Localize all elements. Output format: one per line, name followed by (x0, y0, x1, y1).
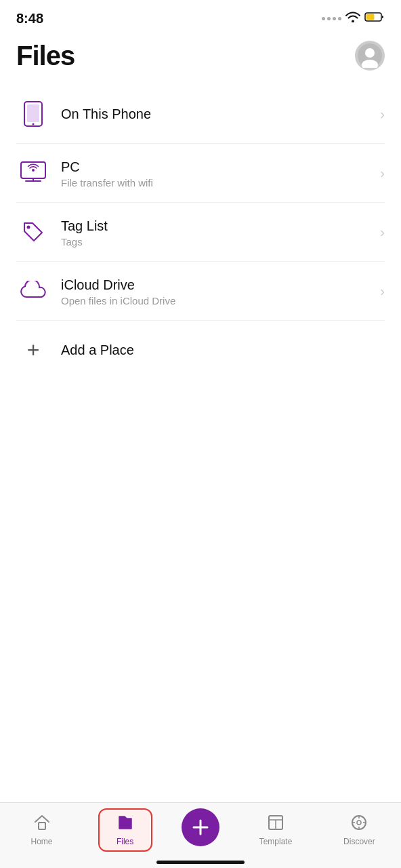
pc-icon (16, 156, 50, 190)
add-place-title: Add a Place (61, 341, 385, 359)
svg-rect-1 (366, 14, 375, 20)
chevron-right-icon: › (380, 165, 385, 181)
nav-item-discover[interactable]: Discover (332, 810, 386, 850)
template-icon (267, 814, 284, 834)
wifi-icon (345, 12, 360, 25)
avatar-icon (358, 43, 382, 68)
add-place-content: Add a Place (61, 341, 385, 359)
template-label: Template (259, 837, 293, 846)
list-item-icloud-drive[interactable]: iCloud Drive Open files in iCloud Drive … (16, 262, 385, 321)
page-title: Files (16, 41, 75, 71)
tag-icon (16, 215, 50, 249)
files-icon (117, 814, 134, 834)
icloud-drive-title: iCloud Drive (61, 276, 375, 294)
icloud-drive-subtitle: Open files in iCloud Drive (61, 295, 375, 307)
nav-item-home[interactable]: Home (15, 810, 69, 850)
files-label: Files (117, 837, 133, 846)
files-list: On This Phone › PC File transfer with wi… (0, 85, 401, 379)
battery-icon (364, 12, 385, 25)
phone-icon (16, 97, 50, 131)
add-button[interactable] (182, 808, 219, 846)
discover-icon (350, 814, 368, 834)
svg-point-18 (357, 821, 361, 825)
pc-content: PC File transfer with wifi (61, 158, 375, 189)
tag-list-content: Tag List Tags (61, 217, 375, 248)
svg-rect-6 (27, 104, 39, 122)
status-bar: 8:48 (0, 0, 401, 34)
chevron-right-icon: › (380, 224, 385, 240)
add-place-icon: + (16, 333, 50, 367)
pc-title: PC (61, 158, 375, 176)
on-this-phone-content: On This Phone (61, 105, 375, 123)
list-item-pc[interactable]: PC File transfer with wifi › (16, 144, 385, 203)
svg-rect-11 (39, 823, 45, 829)
cloud-icon (16, 274, 50, 308)
svg-point-7 (33, 123, 35, 125)
avatar-button[interactable] (355, 41, 385, 71)
home-indicator (156, 861, 245, 864)
nav-item-template[interactable]: Template (249, 810, 303, 850)
on-this-phone-title: On This Phone (61, 105, 375, 123)
plus-icon (191, 818, 210, 837)
list-item-tag-list[interactable]: Tag List Tags › (16, 203, 385, 262)
discover-label: Discover (343, 837, 375, 846)
status-icons (322, 12, 385, 25)
tag-list-title: Tag List (61, 217, 375, 235)
list-item-add-place[interactable]: + Add a Place (16, 321, 385, 379)
icloud-drive-content: iCloud Drive Open files in iCloud Drive (61, 276, 375, 307)
svg-point-3 (365, 48, 375, 58)
home-label: Home (31, 837, 53, 846)
pc-subtitle: File transfer with wifi (61, 177, 375, 189)
signal-dots-icon (322, 17, 341, 20)
list-item-on-this-phone[interactable]: On This Phone › (16, 85, 385, 144)
chevron-right-icon: › (380, 283, 385, 299)
home-icon (33, 814, 51, 834)
chevron-right-icon: › (380, 106, 385, 122)
tag-list-subtitle: Tags (61, 236, 375, 248)
svg-point-9 (32, 169, 35, 172)
page-header: Files (0, 34, 401, 85)
status-time: 8:48 (16, 11, 43, 26)
nav-item-files[interactable]: Files (98, 808, 152, 852)
svg-point-10 (27, 226, 30, 229)
